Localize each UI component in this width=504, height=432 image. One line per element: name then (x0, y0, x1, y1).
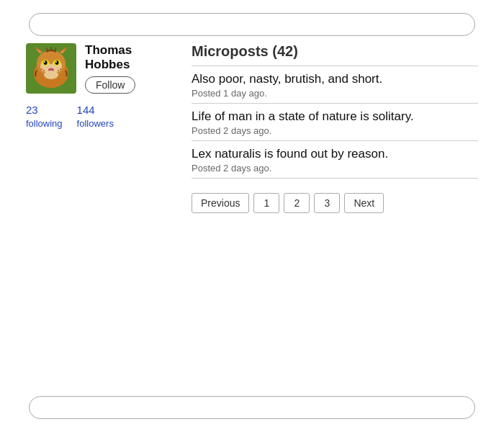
svg-point-19 (58, 70, 59, 71)
stats-row: 23 following 144 followers (26, 104, 170, 130)
page-2-button[interactable]: 2 (284, 193, 310, 213)
profile-info: Thomas Hobbes Follow (85, 43, 170, 94)
svg-point-12 (44, 60, 48, 65)
previous-button[interactable]: Previous (192, 193, 249, 213)
following-stat: 23 following (26, 104, 63, 130)
sidebar: Thomas Hobbes Follow 23 following 144 fo… (26, 43, 170, 213)
svg-point-15 (55, 61, 57, 63)
followers-label[interactable]: followers (77, 118, 114, 129)
followers-stat: 144 followers (77, 104, 114, 130)
follow-button[interactable]: Follow (85, 76, 135, 94)
pagination: Previous 1 2 3 Next (192, 193, 478, 213)
post-meta-2: Posted 2 days ago. (192, 125, 478, 136)
page-1-button[interactable]: 1 (253, 193, 279, 213)
title-divider (192, 66, 478, 66)
post-item-1: Also poor, nasty, brutish, and short. Po… (192, 72, 478, 99)
post-text-1: Also poor, nasty, brutish, and short. (192, 72, 478, 86)
svg-point-17 (43, 70, 45, 71)
username: Thomas Hobbes (85, 43, 170, 72)
post-text-2: Life of man in a state of nature is soli… (192, 109, 478, 124)
svg-point-13 (55, 60, 59, 65)
search-bar-bottom[interactable] (29, 396, 475, 419)
main-container: Thomas Hobbes Follow 23 following 144 fo… (0, 43, 504, 213)
following-label[interactable]: following (26, 118, 63, 129)
followers-count-link[interactable]: 144 (77, 104, 95, 116)
post-text-3: Lex naturalis is found out by reason. (192, 147, 478, 161)
divider-1 (192, 103, 478, 104)
svg-point-14 (44, 61, 45, 63)
post-item-3: Lex naturalis is found out by reason. Po… (192, 147, 478, 174)
post-meta-1: Posted 1 day ago. (192, 88, 478, 99)
avatar (26, 43, 76, 94)
svg-point-18 (41, 68, 42, 70)
search-bar-top[interactable] (29, 13, 475, 36)
post-item-2: Life of man in a state of nature is soli… (192, 109, 478, 136)
svg-point-21 (44, 71, 58, 79)
divider-2 (192, 140, 478, 141)
microposts-title: Microposts (42) (192, 43, 478, 60)
divider-3 (192, 178, 478, 179)
page-3-button[interactable]: 3 (314, 193, 340, 213)
profile-header: Thomas Hobbes Follow (26, 43, 170, 94)
next-button[interactable]: Next (344, 193, 384, 213)
following-count-link[interactable]: 23 (26, 104, 38, 116)
content-area: Microposts (42) Also poor, nasty, brutis… (170, 43, 478, 213)
svg-point-20 (60, 68, 61, 70)
post-meta-3: Posted 2 days ago. (192, 163, 478, 174)
